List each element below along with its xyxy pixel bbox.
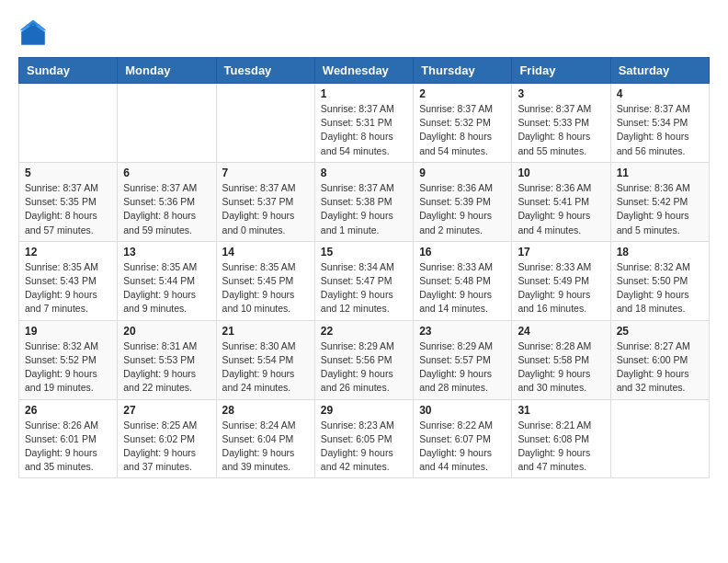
calendar-cell: 29Sunrise: 8:23 AM Sunset: 6:05 PM Dayli… bbox=[314, 399, 413, 478]
day-info: Sunrise: 8:36 AM Sunset: 5:42 PM Dayligh… bbox=[617, 181, 703, 237]
day-info: Sunrise: 8:30 AM Sunset: 5:54 PM Dayligh… bbox=[222, 339, 309, 396]
day-info: Sunrise: 8:36 AM Sunset: 5:41 PM Dayligh… bbox=[518, 181, 604, 237]
day-info: Sunrise: 8:23 AM Sunset: 6:05 PM Dayligh… bbox=[321, 419, 407, 475]
calendar-cell: 28Sunrise: 8:24 AM Sunset: 6:04 PM Dayli… bbox=[216, 399, 314, 478]
day-info: Sunrise: 8:22 AM Sunset: 6:07 PM Dayligh… bbox=[419, 419, 506, 475]
day-number: 17 bbox=[518, 246, 604, 259]
calendar-cell: 10Sunrise: 8:36 AM Sunset: 5:41 PM Dayli… bbox=[512, 162, 610, 241]
day-info: Sunrise: 8:35 AM Sunset: 5:45 PM Dayligh… bbox=[222, 260, 309, 316]
calendar-cell: 26Sunrise: 8:26 AM Sunset: 6:01 PM Dayli… bbox=[19, 399, 118, 478]
week-row-0: 1Sunrise: 8:37 AM Sunset: 5:31 PM Daylig… bbox=[19, 84, 710, 163]
calendar-cell: 23Sunrise: 8:29 AM Sunset: 5:57 PM Dayli… bbox=[414, 320, 512, 399]
calendar-cell: 18Sunrise: 8:32 AM Sunset: 5:50 PM Dayli… bbox=[610, 241, 709, 320]
week-row-4: 26Sunrise: 8:26 AM Sunset: 6:01 PM Dayli… bbox=[19, 399, 710, 478]
calendar-cell: 30Sunrise: 8:22 AM Sunset: 6:07 PM Dayli… bbox=[414, 399, 512, 478]
calendar-cell: 16Sunrise: 8:33 AM Sunset: 5:48 PM Dayli… bbox=[414, 241, 512, 320]
day-info: Sunrise: 8:32 AM Sunset: 5:52 PM Dayligh… bbox=[25, 339, 111, 396]
day-number: 28 bbox=[222, 404, 309, 417]
day-info: Sunrise: 8:37 AM Sunset: 5:38 PM Dayligh… bbox=[321, 181, 407, 237]
day-number: 4 bbox=[617, 87, 703, 100]
day-number: 22 bbox=[321, 325, 407, 338]
calendar-header: SundayMondayTuesdayWednesdayThursdayFrid… bbox=[19, 58, 710, 84]
day-info: Sunrise: 8:37 AM Sunset: 5:36 PM Dayligh… bbox=[123, 181, 210, 237]
day-number: 1 bbox=[321, 87, 407, 100]
calendar-cell: 11Sunrise: 8:36 AM Sunset: 5:42 PM Dayli… bbox=[610, 162, 709, 241]
day-info: Sunrise: 8:33 AM Sunset: 5:49 PM Dayligh… bbox=[518, 260, 604, 316]
day-info: Sunrise: 8:37 AM Sunset: 5:37 PM Dayligh… bbox=[222, 181, 309, 237]
header-day-thursday: Thursday bbox=[414, 58, 512, 84]
day-info: Sunrise: 8:25 AM Sunset: 6:02 PM Dayligh… bbox=[123, 419, 210, 475]
day-info: Sunrise: 8:24 AM Sunset: 6:04 PM Dayligh… bbox=[222, 419, 309, 475]
calendar-cell: 22Sunrise: 8:29 AM Sunset: 5:56 PM Dayli… bbox=[314, 320, 413, 399]
calendar-cell: 9Sunrise: 8:36 AM Sunset: 5:39 PM Daylig… bbox=[414, 162, 512, 241]
day-info: Sunrise: 8:32 AM Sunset: 5:50 PM Dayligh… bbox=[617, 260, 703, 316]
calendar-cell: 27Sunrise: 8:25 AM Sunset: 6:02 PM Dayli… bbox=[118, 399, 216, 478]
header-day-wednesday: Wednesday bbox=[314, 58, 413, 84]
calendar-cell: 31Sunrise: 8:21 AM Sunset: 6:08 PM Dayli… bbox=[512, 399, 610, 478]
day-number: 16 bbox=[419, 246, 506, 259]
day-number: 5 bbox=[25, 167, 111, 179]
header-day-saturday: Saturday bbox=[610, 58, 709, 84]
calendar-cell bbox=[216, 84, 314, 163]
header-day-friday: Friday bbox=[512, 58, 610, 84]
week-row-2: 12Sunrise: 8:35 AM Sunset: 5:43 PM Dayli… bbox=[19, 241, 710, 320]
day-number: 23 bbox=[419, 325, 506, 338]
day-info: Sunrise: 8:31 AM Sunset: 5:53 PM Dayligh… bbox=[123, 339, 210, 396]
day-number: 13 bbox=[123, 246, 210, 259]
day-info: Sunrise: 8:35 AM Sunset: 5:43 PM Dayligh… bbox=[25, 260, 111, 316]
day-info: Sunrise: 8:36 AM Sunset: 5:39 PM Dayligh… bbox=[419, 181, 506, 237]
calendar-cell bbox=[118, 84, 216, 163]
header-day-monday: Monday bbox=[118, 58, 216, 84]
calendar-body: 1Sunrise: 8:37 AM Sunset: 5:31 PM Daylig… bbox=[19, 84, 710, 478]
calendar-cell: 25Sunrise: 8:27 AM Sunset: 6:00 PM Dayli… bbox=[610, 320, 709, 399]
calendar-cell: 3Sunrise: 8:37 AM Sunset: 5:33 PM Daylig… bbox=[512, 84, 610, 163]
calendar-cell: 21Sunrise: 8:30 AM Sunset: 5:54 PM Dayli… bbox=[216, 320, 314, 399]
calendar-cell: 20Sunrise: 8:31 AM Sunset: 5:53 PM Dayli… bbox=[118, 320, 216, 399]
day-info: Sunrise: 8:37 AM Sunset: 5:31 PM Dayligh… bbox=[321, 102, 407, 158]
calendar-cell: 7Sunrise: 8:37 AM Sunset: 5:37 PM Daylig… bbox=[216, 162, 314, 241]
calendar-cell: 4Sunrise: 8:37 AM Sunset: 5:34 PM Daylig… bbox=[610, 84, 709, 163]
calendar-cell: 8Sunrise: 8:37 AM Sunset: 5:38 PM Daylig… bbox=[314, 162, 413, 241]
calendar-cell: 2Sunrise: 8:37 AM Sunset: 5:32 PM Daylig… bbox=[414, 84, 512, 163]
week-row-3: 19Sunrise: 8:32 AM Sunset: 5:52 PM Dayli… bbox=[19, 320, 710, 399]
day-info: Sunrise: 8:21 AM Sunset: 6:08 PM Dayligh… bbox=[518, 419, 604, 475]
day-number: 15 bbox=[321, 246, 407, 259]
calendar-cell: 6Sunrise: 8:37 AM Sunset: 5:36 PM Daylig… bbox=[118, 162, 216, 241]
day-number: 29 bbox=[321, 404, 407, 417]
day-number: 8 bbox=[321, 167, 407, 179]
header-day-sunday: Sunday bbox=[19, 58, 118, 84]
day-number: 30 bbox=[419, 404, 506, 417]
day-number: 26 bbox=[25, 404, 111, 417]
day-number: 11 bbox=[617, 167, 703, 179]
calendar-cell: 5Sunrise: 8:37 AM Sunset: 5:35 PM Daylig… bbox=[19, 162, 118, 241]
day-number: 19 bbox=[25, 325, 111, 338]
calendar-cell: 1Sunrise: 8:37 AM Sunset: 5:31 PM Daylig… bbox=[314, 84, 413, 163]
day-info: Sunrise: 8:37 AM Sunset: 5:33 PM Dayligh… bbox=[518, 102, 604, 158]
calendar-cell bbox=[610, 399, 709, 478]
day-number: 2 bbox=[419, 87, 506, 100]
day-info: Sunrise: 8:35 AM Sunset: 5:44 PM Dayligh… bbox=[123, 260, 210, 316]
logo-icon bbox=[18, 18, 48, 48]
calendar-cell: 24Sunrise: 8:28 AM Sunset: 5:58 PM Dayli… bbox=[512, 320, 610, 399]
day-info: Sunrise: 8:29 AM Sunset: 5:56 PM Dayligh… bbox=[321, 339, 407, 396]
day-info: Sunrise: 8:26 AM Sunset: 6:01 PM Dayligh… bbox=[25, 419, 111, 475]
day-number: 20 bbox=[123, 325, 210, 338]
calendar-cell: 12Sunrise: 8:35 AM Sunset: 5:43 PM Dayli… bbox=[19, 241, 118, 320]
calendar-cell: 19Sunrise: 8:32 AM Sunset: 5:52 PM Dayli… bbox=[19, 320, 118, 399]
calendar-table: SundayMondayTuesdayWednesdayThursdayFrid… bbox=[18, 57, 710, 478]
day-number: 12 bbox=[25, 246, 111, 259]
day-number: 9 bbox=[419, 167, 506, 179]
header bbox=[18, 18, 710, 48]
day-info: Sunrise: 8:34 AM Sunset: 5:47 PM Dayligh… bbox=[321, 260, 407, 316]
day-number: 3 bbox=[518, 87, 604, 100]
day-info: Sunrise: 8:28 AM Sunset: 5:58 PM Dayligh… bbox=[518, 339, 604, 396]
header-row: SundayMondayTuesdayWednesdayThursdayFrid… bbox=[19, 58, 710, 84]
day-number: 18 bbox=[617, 246, 703, 259]
day-info: Sunrise: 8:37 AM Sunset: 5:35 PM Dayligh… bbox=[25, 181, 111, 237]
day-info: Sunrise: 8:33 AM Sunset: 5:48 PM Dayligh… bbox=[419, 260, 506, 316]
day-number: 6 bbox=[123, 167, 210, 179]
day-number: 31 bbox=[518, 404, 604, 417]
day-number: 7 bbox=[222, 167, 309, 179]
calendar-cell bbox=[19, 84, 118, 163]
header-day-tuesday: Tuesday bbox=[216, 58, 314, 84]
